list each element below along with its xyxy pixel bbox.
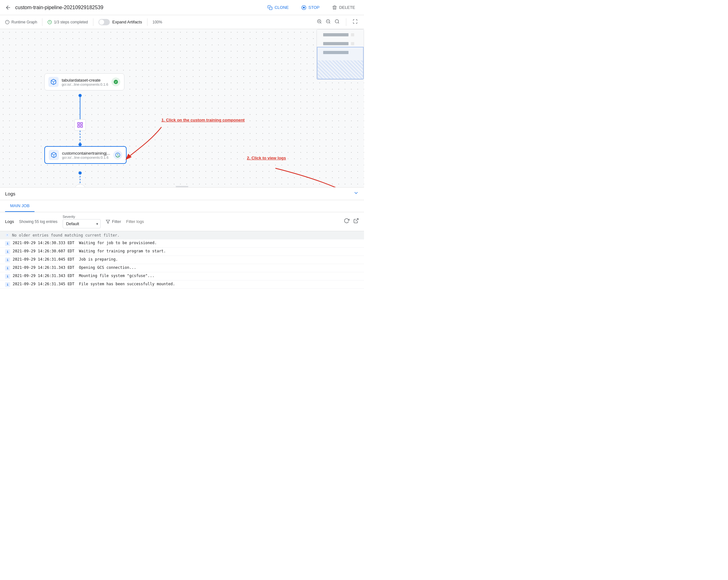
svg-point-14: [335, 20, 339, 23]
expand-artifacts-toggle[interactable]: Expand Artifacts: [99, 19, 142, 25]
log-icon: i: [5, 274, 10, 279]
node-sub-tabular: gcr.io/...line-components:0.1.6: [62, 83, 108, 86]
log-info-bar: No older entries found matching current …: [0, 231, 364, 240]
resize-handle[interactable]: [176, 186, 188, 187]
svg-line-15: [338, 23, 339, 23]
toolbar-divider-4: [346, 18, 346, 26]
log-icon: i: [5, 257, 10, 263]
logs-panel: Logs MAIN JOB Logs Showing 55 log entrie…: [0, 187, 364, 290]
log-entry: i 2021-09-29 14:26:42.578 EDT --init.dis…: [0, 289, 364, 290]
refresh-icon: [344, 218, 349, 224]
logs-collapse-button[interactable]: [353, 190, 359, 197]
stop-button[interactable]: STOP: [297, 3, 323, 12]
node-icon-custom: [49, 150, 59, 160]
log-entry: i 2021-09-29 14:26:31.343 EDT Mounting f…: [0, 272, 364, 280]
toolbar-divider-2: [93, 18, 94, 26]
severity-select[interactable]: Default: [63, 219, 101, 228]
minimap-inner: [317, 29, 364, 79]
running-icon: [115, 153, 120, 158]
check-icon: [113, 79, 119, 84]
toolbar-divider-3: [147, 18, 148, 26]
logs-content: No older entries found matching current …: [0, 231, 364, 290]
severity-group: Severity Default: [63, 215, 101, 228]
minimap-viewport-border: [317, 47, 364, 79]
svg-line-33: [356, 219, 358, 221]
delete-button[interactable]: DELETE: [328, 3, 359, 12]
zoom-controls: [316, 18, 341, 27]
node-status-custom: [113, 150, 122, 159]
runtime-graph-button[interactable]: Runtime Graph: [5, 20, 37, 24]
header-actions: CLONE STOP DELETE: [264, 3, 359, 12]
cube-icon-2: [51, 152, 57, 158]
node-name-custom: customcontainertrainingj...: [62, 151, 110, 156]
logs-tabs: MAIN JOB: [0, 200, 364, 212]
node-icon-tabular: [48, 77, 58, 87]
log-icon: i: [5, 282, 10, 287]
log-text: 2021-09-29 14:26:31.343 EDT Mounting fil…: [12, 274, 154, 278]
toggle-switch[interactable]: [99, 19, 110, 25]
log-text: 2021-09-29 14:26:31.345 EDT File system …: [12, 282, 175, 286]
svg-rect-27: [81, 126, 83, 128]
back-button[interactable]: [5, 4, 11, 11]
filter-input[interactable]: [126, 219, 180, 224]
steps-completed: 1/3 steps completed: [48, 20, 88, 24]
tab-main-job[interactable]: MAIN JOB: [5, 200, 34, 212]
info-icon: [5, 20, 9, 24]
node-name-tabular: tabulardataset-create: [62, 78, 108, 83]
annotation-1: 1. Click on the custom training componen…: [161, 118, 245, 122]
refresh-logs-button[interactable]: [344, 218, 349, 225]
node-sub-custom: gcr.io/...line-components:0.1.6: [62, 156, 110, 159]
annotation-2: 2. Click to view logs: [247, 156, 286, 160]
filter-label: Filter: [112, 219, 121, 224]
info-circle-icon: [5, 233, 9, 238]
severity-label: Severity: [63, 215, 101, 219]
log-entry: i 2021-09-29 14:26:31.045 EDT Job is pre…: [0, 256, 364, 264]
svg-rect-0: [269, 7, 272, 10]
log-entry: i 2021-09-29 14:26:31.345 EDT File syste…: [0, 280, 364, 289]
log-entries: i 2021-09-29 14:26:30.333 EDT Waiting fo…: [0, 240, 364, 290]
clone-button[interactable]: CLONE: [264, 3, 292, 12]
logs-title: Logs: [5, 191, 353, 196]
logs-actions: [344, 218, 359, 225]
toolbar: Runtime Graph 1/3 steps completed Expand…: [0, 15, 364, 29]
svg-rect-26: [78, 126, 80, 128]
log-icon: i: [5, 241, 10, 246]
log-icon: i: [5, 249, 10, 254]
filter-icon: [106, 219, 110, 224]
zoom-reset-button[interactable]: [333, 18, 341, 27]
log-entry: i 2021-09-29 14:26:31.343 EDT Opening GC…: [0, 264, 364, 272]
svg-rect-24: [78, 123, 80, 125]
canvas-wrapper: tabulardataset-create gcr.io/...line-com…: [0, 29, 364, 187]
fullscreen-button[interactable]: [352, 18, 359, 27]
mini-node-1: [323, 33, 348, 36]
minimap: [316, 29, 364, 80]
cube-icon: [50, 79, 57, 85]
zoom-in-button[interactable]: [316, 18, 323, 27]
grid-icon: [77, 122, 83, 128]
node-info-tabular: tabulardataset-create gcr.io/...line-com…: [62, 78, 108, 86]
toolbar-divider-1: [42, 18, 43, 26]
svg-line-12: [329, 23, 330, 23]
log-info-text: No older entries found matching current …: [12, 233, 120, 238]
custom-container-node[interactable]: customcontainertrainingj... gcr.io/...li…: [44, 146, 127, 164]
severity-select-wrapper: Default: [63, 219, 101, 228]
svg-rect-25: [81, 123, 83, 125]
header: custom-train-pipeline-20210929182539 CLO…: [0, 0, 364, 15]
open-logs-button[interactable]: [353, 218, 359, 225]
logs-header: Logs: [0, 188, 364, 200]
connector-node[interactable]: [74, 119, 86, 131]
log-icon: i: [5, 266, 10, 271]
svg-rect-2: [303, 7, 305, 8]
pipeline-canvas[interactable]: tabulardataset-create gcr.io/...line-com…: [0, 29, 364, 187]
progress-icon: [48, 20, 52, 24]
chevron-down-icon: [353, 190, 359, 196]
log-text: 2021-09-29 14:26:30.333 EDT Waiting for …: [12, 241, 157, 245]
external-link-icon: [353, 218, 359, 224]
zoom-out-button[interactable]: [324, 18, 332, 27]
filter-button[interactable]: Filter: [106, 219, 121, 224]
log-text: 2021-09-29 14:26:31.343 EDT Opening GCS …: [12, 265, 136, 270]
node-status-tabular: [111, 78, 120, 86]
mini-dot-1: [351, 33, 354, 36]
tabular-dataset-node[interactable]: tabulardataset-create gcr.io/...line-com…: [44, 73, 124, 90]
node-info-custom: customcontainertrainingj... gcr.io/...li…: [62, 151, 110, 159]
